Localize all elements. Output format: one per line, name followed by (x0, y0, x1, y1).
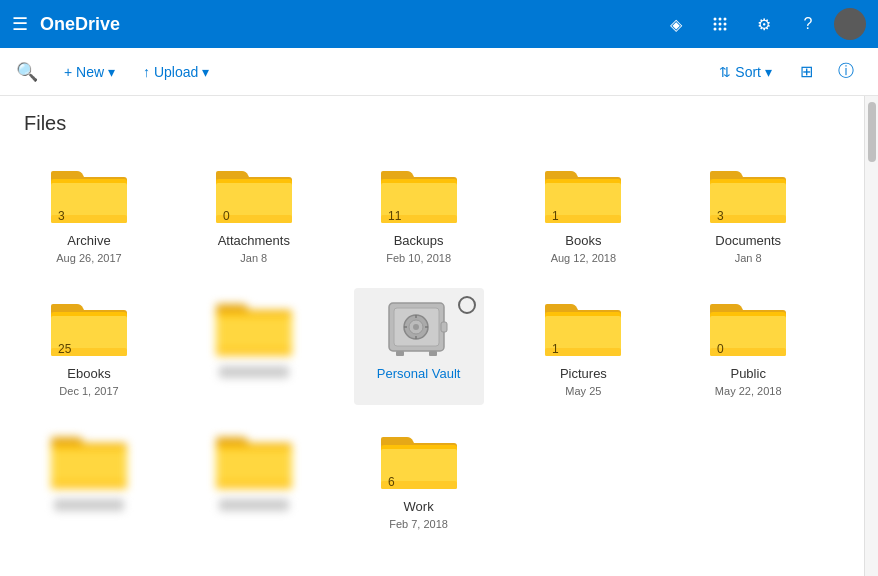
svg-text:3: 3 (58, 209, 65, 223)
svg-text:0: 0 (223, 209, 230, 223)
vault-icon (384, 296, 454, 360)
main: Files 3 ArchiveAug 26, 2017 (0, 96, 878, 576)
svg-text:3: 3 (717, 209, 724, 223)
svg-point-8 (724, 28, 727, 31)
vault-item[interactable]: Personal Vault (354, 288, 484, 405)
folder-item[interactable]: 25 EbooksDec 1, 2017 (24, 288, 154, 405)
header-icons: ◈ ⚙ ? (658, 6, 866, 42)
svg-point-1 (719, 18, 722, 21)
svg-rect-72 (216, 481, 292, 489)
folder-name: Public (730, 366, 765, 383)
svg-point-7 (719, 28, 722, 31)
svg-text:25: 25 (58, 342, 72, 356)
svg-text:11: 11 (388, 209, 402, 223)
folder-item[interactable]: 6 WorkFeb 7, 2018 (354, 421, 484, 538)
folder-item[interactable]: 0 AttachmentsJan 8 (189, 155, 319, 272)
svg-rect-68 (51, 481, 127, 489)
upload-label: ↑ Upload (143, 64, 198, 80)
grid-icon[interactable] (702, 6, 738, 42)
folder-date: Dec 1, 2017 (59, 385, 118, 397)
folder-date: Aug 26, 2017 (56, 252, 121, 264)
svg-text:1: 1 (552, 209, 559, 223)
gem-icon[interactable]: ◈ (658, 6, 694, 42)
folder-item-blurred[interactable] (24, 421, 154, 538)
folder-name: Backups (394, 233, 444, 250)
svg-point-0 (714, 18, 717, 21)
svg-point-47 (413, 324, 419, 330)
svg-rect-53 (396, 351, 404, 356)
page-title: Files (24, 112, 840, 135)
svg-text:6: 6 (388, 475, 395, 489)
folder-name: Ebooks (67, 366, 110, 383)
settings-icon[interactable]: ⚙ (746, 6, 782, 42)
view-button[interactable]: ⊞ (790, 56, 822, 88)
sort-chevron: ▾ (765, 64, 772, 80)
folder-item[interactable]: 1 BooksAug 12, 2018 (518, 155, 648, 272)
folder-item[interactable]: 3 DocumentsJan 8 (683, 155, 813, 272)
folder-date: Feb 10, 2018 (386, 252, 451, 264)
content-area: Files 3 ArchiveAug 26, 2017 (0, 96, 864, 576)
svg-rect-54 (429, 351, 437, 356)
sort-button[interactable]: ⇅ Sort ▾ (709, 58, 782, 86)
search-icon[interactable]: 🔍 (16, 61, 38, 83)
vault-circle-icon (458, 296, 476, 314)
header: ☰ OneDrive ◈ ⚙ ? (0, 0, 878, 48)
folder-name: Pictures (560, 366, 607, 383)
folder-item[interactable]: 0 PublicMay 22, 2018 (683, 288, 813, 405)
svg-point-5 (724, 23, 727, 26)
svg-point-2 (724, 18, 727, 21)
new-label: + New (64, 64, 104, 80)
folder-date: Jan 8 (240, 252, 267, 264)
scrollbar-thumb[interactable] (868, 102, 876, 162)
folder-name: Work (404, 499, 434, 516)
avatar[interactable] (834, 8, 866, 40)
new-chevron: ▾ (108, 64, 115, 80)
scrollbar[interactable] (864, 96, 878, 576)
svg-point-6 (714, 28, 717, 31)
sort-icon: ⇅ (719, 64, 731, 80)
app-logo: OneDrive (40, 14, 120, 35)
upload-button[interactable]: ↑ Upload ▾ (133, 58, 219, 86)
folder-date: May 25 (565, 385, 601, 397)
svg-text:0: 0 (717, 342, 724, 356)
folder-date: May 22, 2018 (715, 385, 782, 397)
folder-item-blurred[interactable] (189, 421, 319, 538)
file-grid: 3 ArchiveAug 26, 2017 0 AttachmentsJan 8 (24, 155, 840, 538)
folder-item[interactable]: 11 BackupsFeb 10, 2018 (354, 155, 484, 272)
info-button[interactable]: ⓘ (830, 56, 862, 88)
folder-name: Books (565, 233, 601, 250)
new-button[interactable]: + New ▾ (54, 58, 125, 86)
folder-item[interactable]: 3 ArchiveAug 26, 2017 (24, 155, 154, 272)
svg-text:1: 1 (552, 342, 559, 356)
folder-date: Aug 12, 2018 (551, 252, 616, 264)
folder-item[interactable]: 1 PicturesMay 25 (518, 288, 648, 405)
folder-date: Jan 8 (735, 252, 762, 264)
folder-name: Archive (67, 233, 110, 250)
upload-chevron: ▾ (202, 64, 209, 80)
sort-label: Sort (735, 64, 761, 80)
svg-point-4 (719, 23, 722, 26)
folder-name: Attachments (218, 233, 290, 250)
menu-icon[interactable]: ☰ (12, 13, 28, 35)
folder-item-blurred[interactable] (189, 288, 319, 405)
toolbar: 🔍 + New ▾ ↑ Upload ▾ ⇅ Sort ▾ ⊞ ⓘ (0, 48, 878, 96)
folder-date: Feb 7, 2018 (389, 518, 448, 530)
help-icon[interactable]: ? (790, 6, 826, 42)
vault-name: Personal Vault (377, 366, 461, 381)
svg-point-3 (714, 23, 717, 26)
svg-rect-52 (441, 322, 447, 332)
folder-name: Documents (715, 233, 781, 250)
toolbar-right: ⇅ Sort ▾ ⊞ ⓘ (709, 56, 862, 88)
svg-rect-42 (216, 348, 292, 356)
